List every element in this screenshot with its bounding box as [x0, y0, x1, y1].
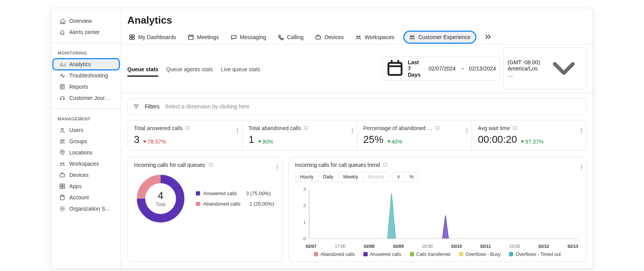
calendar-icon — [188, 34, 194, 40]
gear-icon — [59, 206, 65, 212]
donut-chart: 4 Total — [135, 173, 186, 224]
info-icon[interactable] — [185, 125, 190, 130]
trend-card-title: Incoming calls for call queues trend — [295, 162, 380, 168]
seg-weekly[interactable]: Weekly — [338, 172, 363, 182]
sidebar-item-overview[interactable]: Overview — [53, 15, 119, 26]
page-title: Analytics — [127, 14, 586, 26]
sidebar-item-groups[interactable]: Groups — [53, 136, 119, 147]
info-icon[interactable] — [512, 125, 517, 130]
sidebar-item-users[interactable]: Users — [53, 125, 119, 136]
calendar-icon — [386, 60, 404, 77]
legend-item: Abandoned calls 1 (25.00%) — [196, 201, 274, 207]
date-range-picker[interactable]: Last 7 Days 02/07/2024 → 02/13/2024 — [382, 57, 500, 81]
tab-customer-experience[interactable]: Customer Experience — [404, 32, 475, 43]
seg-monthly[interactable]: Monthly — [363, 172, 389, 182]
clipboard-icon — [59, 194, 65, 201]
info-icon[interactable] — [435, 125, 440, 130]
kpi-value: 25% — [363, 134, 384, 146]
briefcase-icon — [315, 34, 321, 40]
donut-total: 4 — [158, 190, 163, 202]
sidebar-item-account[interactable]: Account — [53, 192, 119, 203]
donut-total-label: Total — [156, 202, 165, 207]
xlabel: 02/07 — [306, 244, 317, 249]
card-menu-button[interactable] — [277, 161, 278, 170]
trend-legend: Abandoned calls Answered calls Calls tra… — [295, 252, 580, 257]
xlabel: 23:00 — [509, 244, 520, 249]
chat-icon — [231, 34, 237, 40]
xlabel: 02/08 — [364, 244, 375, 249]
sidebar-item-organization-settings[interactable]: Organization Settings — [53, 203, 119, 214]
kpi-title: Percentage of abandoned … — [363, 125, 433, 131]
seg-count[interactable]: # — [393, 172, 405, 182]
legend-swatch — [363, 252, 368, 256]
tab-calling[interactable]: Calling — [276, 30, 305, 44]
legend-item: Overflows - Busy — [459, 252, 501, 257]
filters-placeholder: Select a dimension by clicking here — [165, 103, 250, 110]
timezone-select[interactable]: (GMT -08:00) America/Los … — [503, 48, 586, 89]
subtab-queue-agents-stats[interactable]: Queue agents stats — [166, 63, 213, 77]
xlabel: 17:00 — [335, 244, 346, 249]
tab-my-dashboards[interactable]: My Dashboards — [127, 30, 178, 44]
kpi-delta: 90% — [258, 139, 273, 145]
kpi-menu-button[interactable] — [581, 124, 582, 133]
sidebar-item-locations[interactable]: Locations — [53, 147, 119, 158]
filters-label: Filters — [145, 103, 159, 110]
kpi-menu-button[interactable] — [466, 124, 468, 133]
legend-item: Overflows - Timed out — [509, 252, 561, 257]
phone-icon — [278, 34, 284, 40]
sidebar-item-devices[interactable]: Devices — [53, 170, 119, 180]
kpi-menu-button[interactable] — [352, 124, 353, 133]
date-controls: Last 7 Days 02/07/2024 → 02/13/2024 (GMT… — [382, 48, 586, 93]
legend-item: Abandoned calls — [314, 252, 355, 257]
sidebar-item-alerts-center[interactable]: Alerts center — [53, 27, 119, 38]
tab-messaging[interactable]: Messaging — [229, 30, 268, 44]
donut-card-title: Incoming calls for call queues — [134, 162, 205, 168]
xlabel: 02/11 — [480, 244, 491, 249]
date-to: 02/13/2024 — [469, 65, 496, 72]
time-granularity-toggle: HourlyDailyWeeklyMonthly — [295, 172, 389, 182]
seg-daily[interactable]: Daily — [318, 172, 338, 182]
subtab-live-queue-stats[interactable]: Live queue stats — [221, 63, 260, 77]
tabs-overflow-button[interactable] — [484, 31, 492, 44]
legend-swatch — [196, 191, 200, 196]
tab-meetings[interactable]: Meetings — [186, 30, 221, 44]
kpi-delta: 97.37% — [521, 139, 543, 145]
tab-workspaces[interactable]: Workspaces — [354, 30, 396, 44]
kpi-value: 1 — [248, 134, 254, 146]
home-icon — [59, 18, 65, 24]
kpi-title: Total answered calls — [134, 125, 183, 131]
legend-swatch — [410, 252, 414, 256]
briefcase-icon — [59, 172, 65, 178]
pin-icon — [59, 149, 65, 156]
card-menu-button[interactable] — [581, 161, 582, 170]
workspace-icon — [59, 161, 65, 167]
seg-percent[interactable]: % — [404, 172, 418, 182]
legend-swatch — [314, 252, 318, 256]
sidebar-item-reports[interactable]: Reports — [53, 81, 119, 92]
subtab-queue-stats[interactable]: Queue stats — [127, 63, 158, 77]
kpi-title: Total abandoned calls — [248, 125, 301, 131]
kpi-row: Total answered calls 3 78.57% Total aban… — [127, 120, 586, 151]
sidebar-item-apps[interactable]: Apps — [53, 181, 119, 192]
xlabel: 02/13 — [567, 244, 578, 249]
sidebar-item-troubleshooting[interactable]: Troubleshooting — [53, 70, 119, 81]
seg-hourly[interactable]: Hourly — [295, 172, 318, 182]
kpi-card: Percentage of abandoned … 25% 40% — [357, 120, 471, 150]
sidebar-item-analytics[interactable]: Analytics — [53, 59, 119, 70]
info-icon[interactable] — [208, 162, 213, 167]
kpi-menu-button[interactable] — [237, 124, 238, 133]
filter-icon — [133, 103, 139, 110]
timezone-value: (GMT -08:00) America/Los … — [507, 59, 542, 78]
donut-legend: Answered calls 3 (75.00%) Abandoned call… — [196, 190, 274, 207]
sidebar-item-customer-journey-data[interactable]: Customer Journey Data — [53, 93, 119, 103]
legend-swatch — [196, 202, 200, 206]
groups-icon — [409, 34, 415, 40]
info-icon[interactable] — [383, 162, 388, 167]
tab-devices[interactable]: Devices — [313, 30, 345, 44]
headset-icon — [59, 95, 65, 101]
info-icon[interactable] — [303, 125, 308, 130]
double-chevron-right-icon — [485, 33, 492, 40]
sidebar-item-workspaces[interactable]: Workspaces — [53, 158, 119, 169]
filters-bar[interactable]: Filters Select a dimension by clicking h… — [127, 98, 586, 115]
legend-item: Answered calls — [363, 252, 401, 257]
